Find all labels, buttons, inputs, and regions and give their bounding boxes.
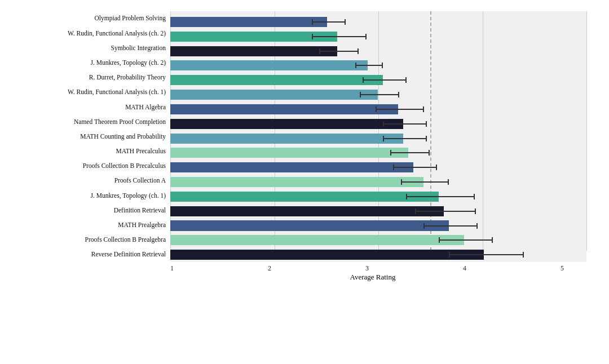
error-cap-right (365, 34, 367, 39)
bar-row (170, 131, 575, 146)
x-tick: 4 (463, 264, 466, 273)
bar-row (170, 175, 575, 189)
x-tick: 2 (268, 264, 271, 273)
y-label: J. Munkres, Topology (ch. 1) (91, 188, 166, 203)
error-bar (449, 252, 524, 258)
error-cap-right (476, 223, 478, 229)
error-bar (319, 48, 359, 54)
error-line (425, 225, 476, 227)
error-line (394, 167, 436, 168)
error-bar (401, 179, 449, 185)
bar-row (170, 219, 575, 233)
bar-track (170, 134, 575, 144)
bar-fill (170, 177, 423, 187)
bar-fill (170, 162, 413, 172)
error-line (377, 109, 422, 110)
error-cap-right (423, 106, 424, 112)
error-cap-right (475, 208, 476, 214)
y-axis-label-wrapper (23, 11, 35, 282)
bar-fill (170, 17, 327, 27)
error-line (364, 79, 405, 81)
bar-row (170, 204, 575, 219)
bar-row (170, 189, 575, 204)
bar-fill (170, 119, 403, 129)
error-cap-right (448, 179, 449, 185)
bar-rows (170, 15, 575, 262)
error-cap-right (492, 237, 493, 243)
bar-fill (170, 192, 439, 202)
y-label: Proofs Collection B Prealgebra (85, 233, 166, 247)
error-bar (393, 165, 437, 170)
bar-track (170, 17, 575, 27)
error-line (356, 65, 381, 66)
y-label: W. Rudin, Functional Analysis (ch. 1) (68, 85, 166, 100)
error-bar (423, 223, 478, 229)
error-cap-right (523, 252, 524, 258)
bar-fill (170, 235, 464, 245)
error-cap-right (429, 150, 430, 156)
y-label: Symbolic Integration (111, 41, 166, 55)
error-bar (383, 136, 427, 141)
x-axis-title-text: Average Rating (170, 273, 586, 282)
bar-track (170, 32, 575, 42)
error-line (402, 181, 448, 183)
bar-row (170, 87, 575, 102)
error-cap-right (426, 136, 427, 141)
x-tick: 1 (170, 264, 174, 273)
y-label: Named Theorem Proof Completion (74, 114, 166, 129)
y-label: Definition Retrieval (114, 203, 166, 217)
error-cap-right (398, 92, 399, 97)
bar-fill (170, 90, 378, 100)
bar-fill (170, 220, 449, 230)
error-bar (312, 34, 366, 39)
bars-area: Olympiad Problem SolvingW. Rudin, Functi… (35, 11, 586, 262)
bar-row (170, 233, 575, 247)
y-label: J. Munkres, Topology (ch. 2) (91, 56, 166, 70)
error-line (407, 196, 474, 197)
bar-fill (170, 148, 408, 158)
error-line (416, 211, 474, 212)
error-bar (383, 121, 427, 127)
bar-fill (170, 206, 444, 216)
error-bar (439, 237, 493, 243)
bar-track (170, 192, 575, 202)
bar-row (170, 29, 575, 44)
y-label: Reverse Definition Retrieval (91, 247, 166, 262)
x-tick: 3 (365, 264, 369, 273)
y-label: W. Rudin, Functional Analysis (ch. 2) (68, 26, 166, 41)
y-label: Proofs Collection B Precalculus (83, 159, 166, 174)
error-line (361, 94, 398, 95)
y-label: MATH Algebra (125, 100, 166, 114)
bar-row (170, 117, 575, 131)
bar-row (170, 247, 575, 262)
bar-track (170, 206, 575, 216)
error-bar (360, 92, 399, 97)
x-tick: 5 (561, 264, 564, 273)
error-line (313, 36, 365, 37)
x-axis: 12345 (35, 262, 586, 273)
error-bar (355, 63, 382, 68)
bar-fill (170, 250, 484, 260)
error-cap-right (474, 194, 475, 199)
error-bar (406, 194, 475, 199)
y-label: Proofs Collection A (114, 174, 166, 188)
bar-fill (170, 60, 368, 70)
bar-track (170, 220, 575, 230)
bar-track (170, 75, 575, 85)
error-line (313, 21, 344, 23)
bar-row (170, 15, 575, 29)
bar-fill (170, 46, 337, 56)
bar-track (170, 250, 575, 260)
error-cap-right (426, 121, 427, 127)
chart-container: Olympiad Problem SolvingW. Rudin, Functi… (23, 11, 586, 282)
bar-fill (170, 134, 403, 144)
bars-and-grid (170, 11, 586, 262)
error-line (320, 51, 358, 52)
error-bar (312, 19, 345, 25)
bar-track (170, 90, 575, 100)
error-cap-right (405, 77, 407, 83)
error-line (384, 138, 426, 139)
bar-row (170, 145, 575, 160)
bar-row (170, 160, 575, 175)
y-label: MATH Prealgebra (118, 217, 166, 232)
